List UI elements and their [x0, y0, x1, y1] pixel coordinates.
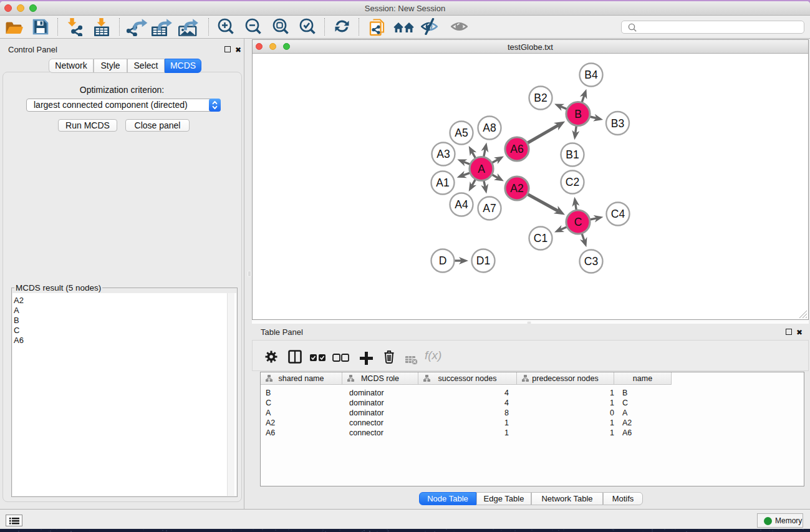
svg-text:C: C — [574, 216, 582, 228]
svg-text:B2: B2 — [534, 92, 547, 104]
svg-text:A3: A3 — [436, 148, 450, 160]
svg-text:B: B — [574, 108, 582, 120]
svg-text:A1: A1 — [436, 177, 449, 189]
svg-text:A6: A6 — [510, 143, 523, 155]
svg-text:B1: B1 — [566, 148, 579, 161]
svg-text:f(x): f(x) — [425, 349, 441, 362]
svg-text:C4: C4 — [611, 208, 625, 220]
svg-text:A5: A5 — [455, 127, 468, 139]
svg-text:D1: D1 — [476, 254, 490, 267]
svg-text:D: D — [439, 254, 447, 267]
svg-text:C2: C2 — [566, 176, 579, 188]
svg-text:B4: B4 — [584, 69, 598, 81]
svg-text:C1: C1 — [534, 232, 547, 244]
svg-text:A4: A4 — [455, 198, 468, 211]
svg-text:B3: B3 — [611, 117, 624, 130]
svg-text:A: A — [478, 163, 485, 175]
svg-text:C3: C3 — [584, 255, 598, 268]
svg-text:A2: A2 — [510, 182, 523, 195]
svg-text:A8: A8 — [483, 122, 496, 134]
svg-text:A7: A7 — [483, 202, 496, 215]
